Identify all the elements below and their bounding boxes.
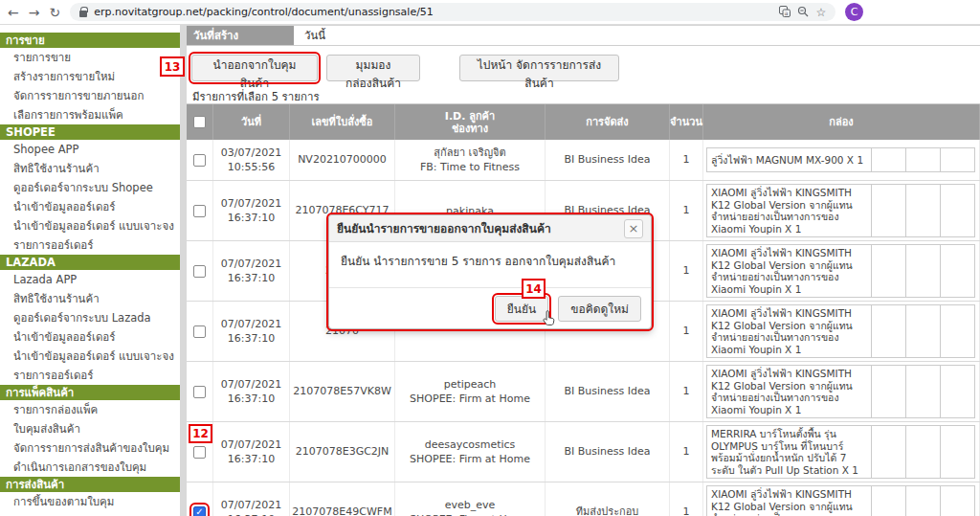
box-empty-cell <box>905 426 940 478</box>
sidebar-item-shopee-import[interactable]: นำเข้าข้อมูลออร์เดอร์ <box>0 197 187 216</box>
box-empty-cell <box>905 305 940 357</box>
url-text[interactable]: erp.novitatgroup.net/packing/control/doc… <box>94 6 772 18</box>
filter-value[interactable]: วันนี้ <box>294 26 325 45</box>
cell-date: 07/07/202116:37:10 <box>213 482 290 516</box>
cell-shipping: BI Business Idea <box>546 140 670 180</box>
cell-date: 07/07/202116:37:10 <box>213 181 290 240</box>
time-text: 16:37:10 <box>228 392 275 406</box>
cell-box: XIAOMI ลู่วิ่งไฟฟ้า KINGSMITH K12 Global… <box>703 482 980 516</box>
sidebar-item-manage-control-shipments[interactable]: จัดการรายการส่งสินค้าของใบคุม <box>0 438 187 458</box>
cell-qty: 1 <box>670 302 703 361</box>
sidebar-item-lazada-import[interactable]: นำเข้าข้อมูลออร์เดอร์ <box>0 327 187 347</box>
forward-icon[interactable]: → <box>29 6 40 19</box>
date-text: 07/07/2021 <box>221 498 281 512</box>
cell-order-no: 2107078E57VK8W <box>290 362 395 421</box>
customer-channel: SHOPEE: Firm at Home <box>410 452 530 466</box>
cell-customer-id: petipeachSHOPEE: Firm at Home <box>395 362 546 421</box>
box-view-button[interactable]: มุมมอง กล่องสินค้า <box>326 55 420 81</box>
table-row: ✓07/07/202116:37:102107078E49CWFMeveb_ev… <box>187 482 980 516</box>
box-empty-cell <box>940 486 974 516</box>
confirm-button[interactable]: ยืนยัน <box>495 296 548 322</box>
sidebar-item-shopee-order-list[interactable]: รายการออร์เดอร์ <box>0 236 187 255</box>
row-checkbox[interactable] <box>193 325 206 338</box>
row-checkbox[interactable]: ✓ <box>193 506 206 516</box>
time-text: 16:37:10 <box>228 271 275 285</box>
row-checkbox[interactable] <box>193 386 206 398</box>
sidebar-item-ready-to-pack[interactable]: เลือกรายการพร้อมแพ็ค <box>0 105 187 124</box>
sidebar-item-delivery-control-doc[interactable]: ใบคุมส่งสินค้า <box>0 419 187 438</box>
back-icon[interactable]: ← <box>8 6 19 19</box>
cell-customer-id: deesaycosmeticsSHOPEE: Firm at Home <box>395 422 546 482</box>
box-inner-table: MERRIRA บาร์โหนตั้งพื้น รุ่น OLYMPUS บาร… <box>706 425 975 479</box>
modal-body-text: ยืนยัน นำรายการขาย 5 รายการ ออกจากใบคุมส… <box>329 242 651 287</box>
sidebar-item-control-documents[interactable]: ดำเนินการเอกสารของใบคุม <box>0 458 187 477</box>
sidebar-item-external-sales[interactable]: จัดการรายการขายภายนอก <box>0 86 187 105</box>
sidebar-item-shopee-orders-view[interactable]: ดูออร์เดอร์จากระบบ Shopee <box>0 178 187 197</box>
row-checkbox[interactable] <box>193 154 206 167</box>
sidebar-item-loading-by-control[interactable]: การขึ้นของตามใบคุม <box>0 492 187 511</box>
sidebar-item-create-sale[interactable]: สร้างรายการขายใหม่ <box>0 67 187 86</box>
cell-qty: 1 <box>670 422 703 482</box>
sidebar-item-shopee-permission[interactable]: สิทธิใช้งานร้านค้า <box>0 159 187 178</box>
sidebar-item-lazada-order-list[interactable]: รายการออร์เดอร์ <box>0 366 187 385</box>
box-empty-cell <box>871 305 905 357</box>
go-shipment-page-button[interactable]: ไปหน้า จัดการรายการส่งสินค้า <box>459 55 619 81</box>
box-empty-cell <box>905 185 940 236</box>
date-text: 07/07/2021 <box>221 437 281 452</box>
sidebar-item-lazada-permission[interactable]: สิทธิใช้งานร้านค้า <box>0 289 187 308</box>
bookmark-star-icon[interactable]: ☆ <box>815 7 826 18</box>
row-checkbox[interactable] <box>193 205 206 217</box>
sidebar-header-lazada: LAZADA <box>0 255 187 270</box>
sidebar-item-sales-list[interactable]: รายการขาย <box>0 48 187 67</box>
cell-order-no: NV20210700000 <box>290 140 395 180</box>
export-from-control-button[interactable]: นำออกจากใบคุมสินค้า <box>191 55 318 81</box>
table-header-row: วันที่ เลขที่ใบสั่งซื้อ I.D. ลูกค้า ช่อง… <box>187 104 980 140</box>
cell-qty: 1 <box>670 241 703 301</box>
box-item-text: MERRIRA บาร์โหนตั้งพื้น รุ่น OLYMPUS บาร… <box>707 426 871 478</box>
cell-select <box>187 140 213 180</box>
sidebar-item-shopee-import-specific[interactable]: นำเข้าข้อมูลออร์เดอร์ แบบเจาะจง <box>0 216 187 236</box>
close-icon[interactable]: × <box>624 219 643 238</box>
modal-header: ยืนยันนำรายการขายออกจากใบคุมส่งสินค้า × <box>329 215 651 242</box>
time-text: 10:55:56 <box>228 160 275 174</box>
annotation-step-13: 13 <box>160 56 185 77</box>
box-item-text: XIAOMI ลู่วิ่งไฟฟ้า KINGSMITH K12 Global… <box>707 185 871 236</box>
row-checkbox[interactable] <box>193 265 206 278</box>
cell-customer-id: สุกัลยา เจริญจิตFB: Time to Fitness <box>395 140 546 180</box>
sidebar-item-lazada-orders-view[interactable]: ดูออร์เดอร์จากระบบ Lazada <box>0 308 187 327</box>
cell-qty: 1 <box>670 362 703 421</box>
sidebar-header-sales: การขาย <box>0 33 187 48</box>
cancel-button[interactable]: ขอคิดดูใหม่ <box>558 296 641 322</box>
cell-box: XIAOMI ลู่วิ่งไฟฟ้า KINGSMITH K12 Global… <box>703 362 980 421</box>
sidebar-item-shopee-app[interactable]: Shopee APP <box>0 140 187 159</box>
select-all-checkbox[interactable] <box>193 116 206 128</box>
zoom-icon[interactable] <box>797 6 809 19</box>
header-box: กล่อง <box>703 104 980 140</box>
cursor-hand-icon <box>543 309 557 330</box>
url-bar[interactable]: erp.novitatgroup.net/packing/control/doc… <box>70 3 835 21</box>
customer-name: deesaycosmetics <box>425 437 516 452</box>
header-date: วันที่ <box>213 104 290 140</box>
time-text: 16:37:10 <box>228 512 275 516</box>
sidebar-item-lazada-import-specific[interactable]: นำเข้าข้อมูลออร์เดอร์ แบบเจาะจง <box>0 347 187 366</box>
box-inner-table: XIAOMI ลู่วิ่งไฟฟ้า KINGSMITH K12 Global… <box>706 365 975 418</box>
row-checkbox[interactable] <box>193 446 206 459</box>
time-text: 16:37:10 <box>228 211 275 225</box>
box-inner-table: ลู่วิ่งไฟฟ้า MAGNUM MX-900 X 1 <box>706 147 975 172</box>
box-empty-cell <box>905 486 940 516</box>
profile-avatar[interactable]: C <box>845 3 863 21</box>
select-all-header[interactable] <box>187 104 213 140</box>
sidebar-scrollbar[interactable] <box>180 25 187 516</box>
customer-name: petipeach <box>444 377 497 392</box>
box-empty-cell <box>905 366 940 417</box>
header-shipping: การจัดส่ง <box>546 104 670 140</box>
cell-select <box>187 181 213 240</box>
box-item-text: XIAOMI ลู่วิ่งไฟฟ้า KINGSMITH K12 Global… <box>707 366 871 417</box>
translate-icon[interactable]: a <box>779 6 791 19</box>
reload-icon[interactable]: ↻ <box>49 6 60 19</box>
box-empty-cell <box>905 148 940 171</box>
box-empty-cell <box>871 426 905 478</box>
cell-box: MERRIRA บาร์โหนตั้งพื้น รุ่น OLYMPUS บาร… <box>703 422 980 482</box>
sidebar-item-pack-boxes[interactable]: รายการกล่องแพ็ค <box>0 400 187 419</box>
sidebar-item-lazada-app[interactable]: Lazada APP <box>0 270 187 289</box>
